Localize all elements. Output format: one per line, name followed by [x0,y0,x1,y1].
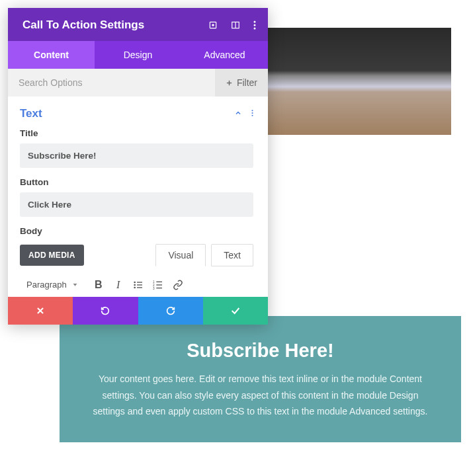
cta-banner: Subscribe Here! Your content goes here. … [60,316,461,442]
more-section-icon[interactable] [251,108,253,120]
responsive-icon[interactable] [208,20,218,30]
cta-heading: Subscribe Here! [86,340,435,362]
title-input[interactable] [20,143,253,168]
add-media-button[interactable]: ADD MEDIA [20,245,84,266]
more-icon[interactable] [253,20,256,30]
redo-button[interactable] [138,297,203,325]
svg-point-4 [254,21,256,23]
cancel-button[interactable] [8,297,73,325]
body-label: Body [20,226,253,236]
svg-rect-18 [137,287,142,288]
paragraph-select-label: Paragraph [26,280,67,290]
save-button[interactable] [203,297,268,325]
panel-header[interactable]: Call To Action Settings [8,8,268,41]
tabs: Content Design Advanced [8,41,268,69]
svg-point-10 [251,112,253,114]
svg-point-11 [251,115,253,116]
columns-icon[interactable] [231,20,240,30]
svg-rect-14 [137,282,142,282]
ordered-list-icon[interactable]: 123 [152,279,164,291]
svg-rect-22 [156,284,162,285]
undo-button[interactable] [73,297,138,325]
chevron-up-icon[interactable] [234,108,242,120]
bullet-list-icon[interactable] [132,279,144,291]
button-label: Button [20,177,253,187]
tab-design[interactable]: Design [95,41,181,69]
svg-rect-16 [137,284,142,285]
cta-body: Your content goes here. Edit or remove t… [86,371,435,420]
svg-point-5 [254,24,256,26]
svg-rect-20 [156,281,162,282]
svg-point-15 [134,284,136,286]
svg-point-17 [134,286,136,288]
editor-tab-text[interactable]: Text [211,244,253,266]
italic-icon[interactable]: I [112,279,124,291]
tab-advanced[interactable]: Advanced [181,41,268,69]
search-input[interactable] [8,69,215,97]
svg-point-1 [212,24,214,26]
filter-button[interactable]: Filter [215,69,268,97]
bold-icon[interactable]: B [93,279,105,291]
button-input[interactable] [20,192,253,217]
svg-marker-12 [73,284,77,286]
section-title[interactable]: Text [20,107,42,120]
svg-point-6 [254,28,256,30]
settings-panel: Call To Action Settings Content Design A… [8,8,268,325]
svg-point-13 [134,281,136,283]
filter-label: Filter [237,77,257,88]
title-label: Title [20,128,253,138]
tab-content[interactable]: Content [8,41,95,69]
svg-text:3: 3 [153,286,155,290]
link-icon[interactable] [172,279,184,291]
svg-point-9 [251,110,253,111]
paragraph-select[interactable]: Paragraph [20,276,85,294]
panel-title: Call To Action Settings [22,19,144,32]
editor-tab-visual[interactable]: Visual [155,244,206,266]
svg-rect-24 [156,288,162,288]
